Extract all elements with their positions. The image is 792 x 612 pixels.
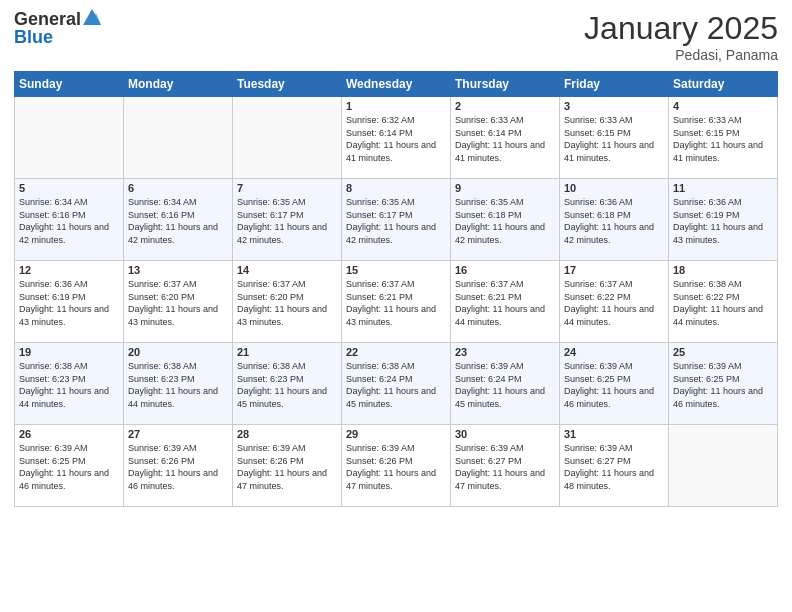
- day-info: Sunrise: 6:38 AM Sunset: 6:24 PM Dayligh…: [346, 360, 446, 410]
- day-number: 20: [128, 346, 228, 358]
- day-header: Monday: [124, 72, 233, 97]
- day-number: 22: [346, 346, 446, 358]
- day-number: 31: [564, 428, 664, 440]
- day-info: Sunrise: 6:37 AM Sunset: 6:22 PM Dayligh…: [564, 278, 664, 328]
- calendar-cell: 3Sunrise: 6:33 AM Sunset: 6:15 PM Daylig…: [560, 97, 669, 179]
- day-number: 30: [455, 428, 555, 440]
- day-number: 26: [19, 428, 119, 440]
- calendar-cell: [15, 97, 124, 179]
- day-number: 10: [564, 182, 664, 194]
- day-info: Sunrise: 6:38 AM Sunset: 6:22 PM Dayligh…: [673, 278, 773, 328]
- logo-blue: Blue: [14, 27, 53, 47]
- calendar-cell: 2Sunrise: 6:33 AM Sunset: 6:14 PM Daylig…: [451, 97, 560, 179]
- calendar-row: 19Sunrise: 6:38 AM Sunset: 6:23 PM Dayli…: [15, 343, 778, 425]
- calendar-cell: 23Sunrise: 6:39 AM Sunset: 6:24 PM Dayli…: [451, 343, 560, 425]
- day-info: Sunrise: 6:37 AM Sunset: 6:21 PM Dayligh…: [346, 278, 446, 328]
- day-info: Sunrise: 6:39 AM Sunset: 6:25 PM Dayligh…: [564, 360, 664, 410]
- day-info: Sunrise: 6:33 AM Sunset: 6:15 PM Dayligh…: [564, 114, 664, 164]
- day-number: 8: [346, 182, 446, 194]
- calendar-cell: 20Sunrise: 6:38 AM Sunset: 6:23 PM Dayli…: [124, 343, 233, 425]
- calendar-cell: 18Sunrise: 6:38 AM Sunset: 6:22 PM Dayli…: [669, 261, 778, 343]
- day-info: Sunrise: 6:34 AM Sunset: 6:16 PM Dayligh…: [128, 196, 228, 246]
- calendar-cell: 27Sunrise: 6:39 AM Sunset: 6:26 PM Dayli…: [124, 425, 233, 507]
- calendar-cell: 13Sunrise: 6:37 AM Sunset: 6:20 PM Dayli…: [124, 261, 233, 343]
- calendar-cell: 8Sunrise: 6:35 AM Sunset: 6:17 PM Daylig…: [342, 179, 451, 261]
- day-number: 29: [346, 428, 446, 440]
- calendar-row: 1Sunrise: 6:32 AM Sunset: 6:14 PM Daylig…: [15, 97, 778, 179]
- page: General Blue January 2025 Pedasi, Panama…: [0, 0, 792, 612]
- day-info: Sunrise: 6:36 AM Sunset: 6:18 PM Dayligh…: [564, 196, 664, 246]
- day-header: Thursday: [451, 72, 560, 97]
- day-info: Sunrise: 6:39 AM Sunset: 6:26 PM Dayligh…: [128, 442, 228, 492]
- logo-general: General: [14, 10, 81, 28]
- calendar-cell: 17Sunrise: 6:37 AM Sunset: 6:22 PM Dayli…: [560, 261, 669, 343]
- calendar-cell: 14Sunrise: 6:37 AM Sunset: 6:20 PM Dayli…: [233, 261, 342, 343]
- calendar-cell: 21Sunrise: 6:38 AM Sunset: 6:23 PM Dayli…: [233, 343, 342, 425]
- calendar-cell: 25Sunrise: 6:39 AM Sunset: 6:25 PM Dayli…: [669, 343, 778, 425]
- day-number: 17: [564, 264, 664, 276]
- day-number: 5: [19, 182, 119, 194]
- calendar-header-row: SundayMondayTuesdayWednesdayThursdayFrid…: [15, 72, 778, 97]
- calendar-row: 5Sunrise: 6:34 AM Sunset: 6:16 PM Daylig…: [15, 179, 778, 261]
- day-header: Saturday: [669, 72, 778, 97]
- day-header: Friday: [560, 72, 669, 97]
- day-number: 24: [564, 346, 664, 358]
- calendar-cell: 26Sunrise: 6:39 AM Sunset: 6:25 PM Dayli…: [15, 425, 124, 507]
- day-info: Sunrise: 6:39 AM Sunset: 6:27 PM Dayligh…: [564, 442, 664, 492]
- month-title: January 2025: [584, 10, 778, 47]
- calendar-cell: 29Sunrise: 6:39 AM Sunset: 6:26 PM Dayli…: [342, 425, 451, 507]
- calendar-cell: [124, 97, 233, 179]
- day-info: Sunrise: 6:39 AM Sunset: 6:26 PM Dayligh…: [346, 442, 446, 492]
- day-info: Sunrise: 6:36 AM Sunset: 6:19 PM Dayligh…: [19, 278, 119, 328]
- day-number: 21: [237, 346, 337, 358]
- calendar-table: SundayMondayTuesdayWednesdayThursdayFrid…: [14, 71, 778, 507]
- calendar-row: 12Sunrise: 6:36 AM Sunset: 6:19 PM Dayli…: [15, 261, 778, 343]
- day-number: 3: [564, 100, 664, 112]
- calendar-cell: 30Sunrise: 6:39 AM Sunset: 6:27 PM Dayli…: [451, 425, 560, 507]
- day-number: 7: [237, 182, 337, 194]
- day-info: Sunrise: 6:38 AM Sunset: 6:23 PM Dayligh…: [237, 360, 337, 410]
- calendar-cell: 16Sunrise: 6:37 AM Sunset: 6:21 PM Dayli…: [451, 261, 560, 343]
- day-info: Sunrise: 6:37 AM Sunset: 6:20 PM Dayligh…: [237, 278, 337, 328]
- calendar-cell: 15Sunrise: 6:37 AM Sunset: 6:21 PM Dayli…: [342, 261, 451, 343]
- day-number: 16: [455, 264, 555, 276]
- day-info: Sunrise: 6:39 AM Sunset: 6:25 PM Dayligh…: [19, 442, 119, 492]
- logo-icon: [83, 7, 101, 27]
- day-number: 4: [673, 100, 773, 112]
- day-info: Sunrise: 6:33 AM Sunset: 6:14 PM Dayligh…: [455, 114, 555, 164]
- day-info: Sunrise: 6:33 AM Sunset: 6:15 PM Dayligh…: [673, 114, 773, 164]
- day-number: 15: [346, 264, 446, 276]
- day-number: 28: [237, 428, 337, 440]
- calendar-cell: 12Sunrise: 6:36 AM Sunset: 6:19 PM Dayli…: [15, 261, 124, 343]
- calendar-cell: 28Sunrise: 6:39 AM Sunset: 6:26 PM Dayli…: [233, 425, 342, 507]
- day-number: 23: [455, 346, 555, 358]
- calendar-cell: 10Sunrise: 6:36 AM Sunset: 6:18 PM Dayli…: [560, 179, 669, 261]
- day-info: Sunrise: 6:37 AM Sunset: 6:20 PM Dayligh…: [128, 278, 228, 328]
- calendar-cell: 19Sunrise: 6:38 AM Sunset: 6:23 PM Dayli…: [15, 343, 124, 425]
- day-number: 18: [673, 264, 773, 276]
- day-header: Tuesday: [233, 72, 342, 97]
- day-number: 6: [128, 182, 228, 194]
- calendar-cell: 4Sunrise: 6:33 AM Sunset: 6:15 PM Daylig…: [669, 97, 778, 179]
- calendar-cell: 11Sunrise: 6:36 AM Sunset: 6:19 PM Dayli…: [669, 179, 778, 261]
- day-header: Sunday: [15, 72, 124, 97]
- day-info: Sunrise: 6:35 AM Sunset: 6:17 PM Dayligh…: [237, 196, 337, 246]
- day-info: Sunrise: 6:39 AM Sunset: 6:24 PM Dayligh…: [455, 360, 555, 410]
- calendar-cell: 31Sunrise: 6:39 AM Sunset: 6:27 PM Dayli…: [560, 425, 669, 507]
- day-number: 25: [673, 346, 773, 358]
- day-info: Sunrise: 6:35 AM Sunset: 6:18 PM Dayligh…: [455, 196, 555, 246]
- day-number: 9: [455, 182, 555, 194]
- calendar-cell: 7Sunrise: 6:35 AM Sunset: 6:17 PM Daylig…: [233, 179, 342, 261]
- day-number: 27: [128, 428, 228, 440]
- day-number: 1: [346, 100, 446, 112]
- calendar-cell: 1Sunrise: 6:32 AM Sunset: 6:14 PM Daylig…: [342, 97, 451, 179]
- day-number: 13: [128, 264, 228, 276]
- day-info: Sunrise: 6:36 AM Sunset: 6:19 PM Dayligh…: [673, 196, 773, 246]
- day-info: Sunrise: 6:39 AM Sunset: 6:27 PM Dayligh…: [455, 442, 555, 492]
- day-info: Sunrise: 6:37 AM Sunset: 6:21 PM Dayligh…: [455, 278, 555, 328]
- day-info: Sunrise: 6:39 AM Sunset: 6:25 PM Dayligh…: [673, 360, 773, 410]
- calendar-cell: [233, 97, 342, 179]
- day-number: 11: [673, 182, 773, 194]
- title-block: January 2025 Pedasi, Panama: [584, 10, 778, 63]
- calendar-cell: 22Sunrise: 6:38 AM Sunset: 6:24 PM Dayli…: [342, 343, 451, 425]
